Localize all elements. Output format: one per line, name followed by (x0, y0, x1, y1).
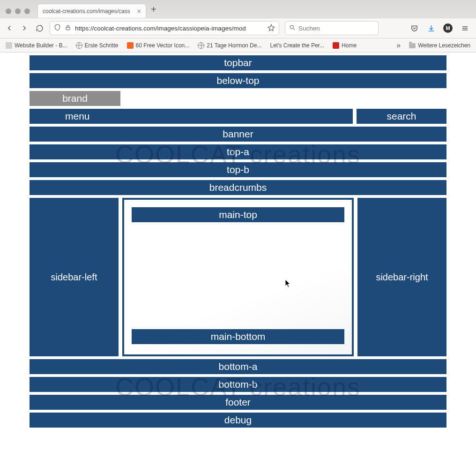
globe-icon (198, 42, 204, 49)
globe-icon (76, 42, 82, 49)
minimize-window-icon[interactable] (15, 8, 21, 14)
position-banner: banner (30, 127, 446, 142)
position-topbar: topbar (30, 55, 446, 70)
position-top-a: top-a (30, 144, 446, 159)
close-tab-icon[interactable]: × (137, 8, 141, 15)
position-debug: debug (30, 413, 446, 428)
template-layout-diagram: topbar below-top brand menu search banne… (30, 55, 446, 428)
forward-button[interactable] (20, 23, 29, 33)
position-bottom-b: bottom-b (30, 377, 446, 392)
back-button[interactable] (5, 23, 14, 33)
bookmark-item[interactable]: Website Builder - B... (6, 42, 67, 49)
other-bookmarks-folder[interactable]: Weitere Lesezeichen (409, 42, 470, 49)
bookmark-item[interactable]: 60 Free Vector Icon... (127, 42, 190, 49)
position-sidebar-left: sidebar-left (30, 198, 119, 356)
favicon-icon (127, 42, 134, 49)
position-main-top: main-top (132, 207, 344, 222)
reload-button[interactable] (35, 23, 44, 33)
pocket-icon[interactable] (409, 23, 419, 33)
position-bottom-a: bottom-a (30, 359, 446, 374)
svg-rect-0 (66, 27, 70, 30)
close-window-icon[interactable] (6, 8, 11, 14)
position-menu: menu (30, 109, 353, 124)
search-bar[interactable]: Suchen (285, 21, 379, 35)
bookmark-item[interactable]: Erste Schritte (76, 42, 119, 49)
bookmark-item[interactable]: Let's Create the Per... (270, 42, 324, 49)
url-text: https://coolcat-creations.com/images/cas… (75, 25, 264, 32)
favicon-icon (333, 42, 339, 49)
position-below-top: below-top (30, 73, 446, 88)
address-bar[interactable]: https://coolcat-creations.com/images/cas… (50, 21, 279, 35)
favicon-icon (6, 42, 12, 49)
search-icon (289, 24, 296, 32)
position-breadcrumbs: breadcrumbs (30, 180, 446, 195)
maximize-window-icon[interactable] (24, 8, 30, 14)
tab-title: coolcat-creations.com/images/cass (43, 8, 133, 15)
downloads-icon[interactable] (426, 23, 436, 33)
search-placeholder: Suchen (298, 25, 320, 32)
toolbar: https://coolcat-creations.com/images/cas… (0, 18, 476, 38)
window-controls (5, 8, 33, 18)
main-content-area (132, 229, 344, 325)
browser-tab[interactable]: coolcat-creations.com/images/cass × (37, 4, 146, 18)
shield-icon[interactable] (54, 24, 61, 32)
lock-icon[interactable] (65, 24, 71, 32)
bookmarks-overflow-icon[interactable]: » (396, 41, 401, 50)
profile-avatar[interactable]: M (443, 23, 453, 33)
bookmark-item[interactable]: 21 Tage Hormon De... (198, 42, 261, 49)
position-top-b: top-b (30, 162, 446, 177)
position-footer: footer (30, 395, 446, 410)
tab-bar: coolcat-creations.com/images/cass × + (0, 0, 476, 18)
browser-chrome: coolcat-creations.com/images/cass × + ht… (0, 0, 476, 53)
folder-icon (409, 43, 416, 48)
position-brand: brand (30, 91, 120, 106)
bookmark-item[interactable]: Home (333, 42, 357, 49)
position-main-bottom: main-bottom (132, 329, 344, 344)
page-viewport: topbar below-top brand menu search banne… (0, 53, 476, 474)
new-tab-button[interactable]: + (151, 4, 158, 18)
main-container: main-top main-bottom (122, 198, 354, 356)
position-search: search (357, 109, 446, 124)
menu-icon[interactable] (460, 23, 469, 33)
svg-point-1 (290, 25, 293, 29)
position-sidebar-right: sidebar-right (357, 198, 446, 356)
bookmark-star-icon[interactable] (268, 24, 275, 33)
bookmarks-bar: Website Builder - B... Erste Schritte 60… (0, 38, 476, 53)
